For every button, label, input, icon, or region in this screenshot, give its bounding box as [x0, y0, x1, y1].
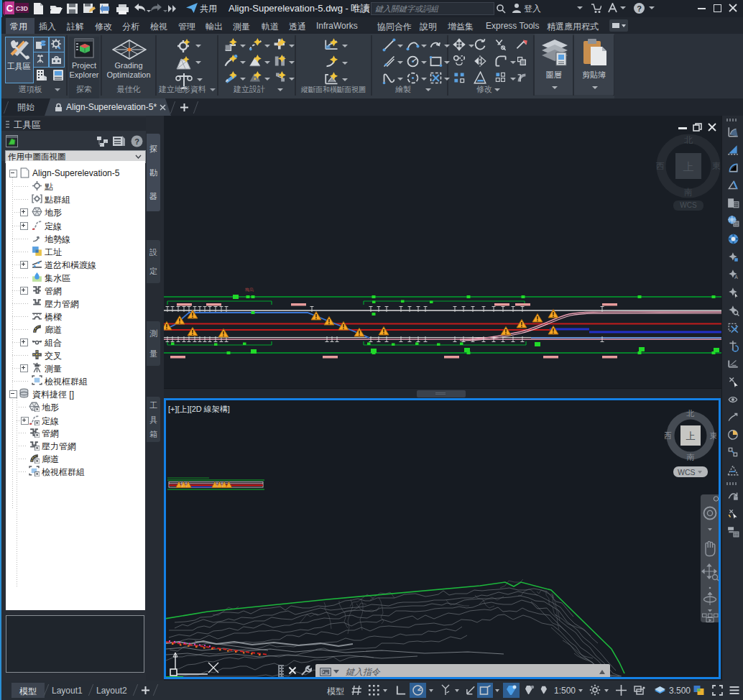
svg-text:東: 東	[710, 431, 717, 440]
svg-text:A: A	[734, 275, 738, 280]
svg-text:北: 北	[686, 410, 695, 418]
svg-text:C: C	[6, 3, 14, 14]
svg-text:上: 上	[686, 430, 696, 441]
svg-text:西: 西	[665, 431, 672, 440]
svg-text:南: 南	[687, 453, 695, 461]
svg-text:C3D: C3D	[16, 5, 28, 12]
svg-text:?: ?	[637, 4, 642, 13]
